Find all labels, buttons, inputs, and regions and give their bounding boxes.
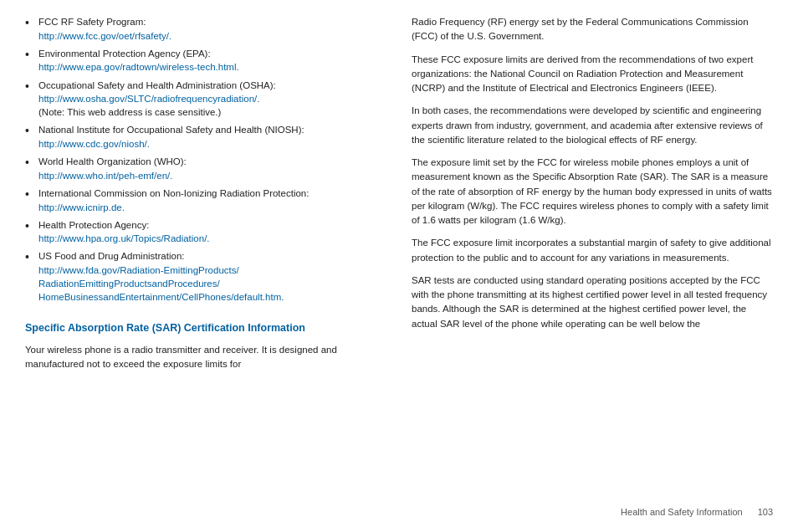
- bullet-content: International Commission on Non-Ionizing…: [38, 187, 309, 214]
- bullet-text: National Institute for Occupational Safe…: [38, 123, 304, 137]
- list-item: • Health Protection Agency: http://www.h…: [25, 218, 386, 246]
- right-para-2: In both cases, the recommendations were …: [412, 104, 773, 147]
- right-column: Radio Frequency (RF) energy set by the F…: [412, 15, 773, 502]
- footer-page: 103: [758, 507, 773, 517]
- list-item: • Occupational Safety and Health Adminis…: [25, 79, 386, 120]
- bullet-dot: •: [25, 123, 35, 138]
- bullet-list: • FCC RF Safety Program: http://www.fcc.…: [25, 15, 386, 308]
- bullet-content: National Institute for Occupational Safe…: [38, 123, 304, 151]
- bullet-content: US Food and Drug Administration: http://…: [38, 249, 284, 304]
- bullet-dot: •: [25, 15, 35, 30]
- bullet-content: FCC RF Safety Program: http://www.fcc.go…: [38, 15, 171, 43]
- section-heading: Specific Absorption Rate (SAR) Certifica…: [25, 321, 386, 336]
- bullet-dot: •: [25, 79, 35, 94]
- bullet-content: Occupational Safety and Health Administr…: [38, 79, 276, 120]
- intro-text: Your wireless phone is a radio transmitt…: [25, 343, 386, 372]
- bullet-link-line2[interactable]: RadiationEmittingProductsandProcedures/: [38, 277, 284, 290]
- list-item: • Environmental Protection Agency (EPA):…: [25, 47, 386, 74]
- bullet-link[interactable]: http://www.epa.gov/radtown/wireless-tech…: [38, 60, 239, 74]
- right-para-1: These FCC exposure limits are derived fr…: [412, 53, 773, 96]
- list-item: • National Institute for Occupational Sa…: [25, 123, 386, 151]
- bullet-link-line3[interactable]: HomeBusinessandEntertainment/CellPhones/…: [38, 290, 284, 304]
- bullet-text: International Commission on Non-Ionizing…: [38, 187, 309, 201]
- bullet-text: FCC RF Safety Program:: [38, 15, 171, 29]
- bullet-text: US Food and Drug Administration:: [38, 249, 284, 263]
- bullet-dot: •: [25, 187, 35, 202]
- list-item: • US Food and Drug Administration: http:…: [25, 249, 386, 304]
- bullet-link[interactable]: http://www.cdc.gov/niosh/.: [38, 137, 304, 151]
- bullet-link-line1[interactable]: http://www.fda.gov/Radiation-EmittingPro…: [38, 263, 284, 277]
- right-para-3: The exposure limit set by the FCC for wi…: [412, 156, 773, 228]
- bullet-dot: •: [25, 47, 35, 62]
- bullet-text: Health Protection Agency:: [38, 218, 210, 233]
- list-item: • FCC RF Safety Program: http://www.fcc.…: [25, 15, 386, 43]
- bullet-link[interactable]: http://www.icnirp.de.: [38, 201, 309, 214]
- bullet-content: Health Protection Agency: http://www.hpa…: [38, 218, 210, 246]
- bullet-dot: •: [25, 218, 35, 233]
- bullet-text: Environmental Protection Agency (EPA):: [38, 47, 239, 61]
- bullet-link[interactable]: http://www.who.int/peh-emf/en/.: [38, 169, 187, 182]
- left-column: • FCC RF Safety Program: http://www.fcc.…: [25, 15, 386, 502]
- bullet-dot: •: [25, 249, 35, 264]
- bullet-text: World Health Organization (WHO):: [38, 155, 187, 169]
- bullet-content: Environmental Protection Agency (EPA): h…: [38, 47, 239, 74]
- footer: Health and Safety Information 103: [25, 502, 773, 517]
- right-para-5: SAR tests are conducted using standard o…: [412, 274, 773, 331]
- bullet-note: (Note: This web address is case sensitiv…: [38, 105, 276, 119]
- right-para-0: Radio Frequency (RF) energy set by the F…: [412, 15, 773, 44]
- bullet-text: Occupational Safety and Health Administr…: [38, 79, 276, 93]
- footer-label: Health and Safety Information: [621, 507, 743, 517]
- bullet-dot: •: [25, 155, 35, 170]
- list-item: • International Commission on Non-Ionizi…: [25, 187, 386, 214]
- bullet-link[interactable]: http://www.hpa.org.uk/Topics/Radiation/.: [38, 232, 210, 245]
- columns: • FCC RF Safety Program: http://www.fcc.…: [25, 15, 773, 502]
- bullet-link[interactable]: http://www.osha.gov/SLTC/radiofrequencyr…: [38, 92, 276, 105]
- list-item: • World Health Organization (WHO): http:…: [25, 155, 386, 182]
- right-para-4: The FCC exposure limit incorporates a su…: [412, 236, 773, 265]
- bullet-link[interactable]: http://www.fcc.gov/oet/rfsafety/.: [38, 29, 171, 43]
- page-container: • FCC RF Safety Program: http://www.fcc.…: [0, 0, 798, 532]
- bullet-content: World Health Organization (WHO): http://…: [38, 155, 187, 182]
